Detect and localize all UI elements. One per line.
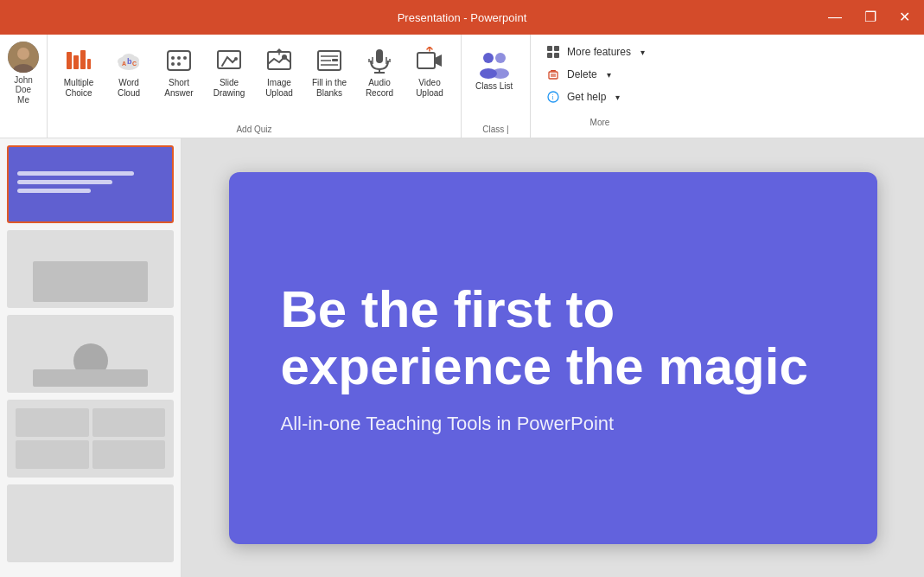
maximize-button[interactable]: ❐ [861,9,880,26]
fill-blank-icon [314,45,345,76]
slide-rect-3 [33,369,147,387]
ribbon: JohnDoe Me Multiple Choice [0,35,924,138]
svg-point-40 [492,68,509,79]
slide-thumb-2[interactable] [7,230,174,308]
more-section: More features ▾ Delete ▾ i [531,35,669,138]
short-answer-label: Short Answer [158,78,200,99]
svg-point-21 [234,57,238,61]
word-cloud-button[interactable]: A b C Word Cloud [105,42,153,102]
quiz-items: Multiple Choice A b C Word Cloud [54,35,454,125]
slide-line-1-3 [17,189,91,193]
slide-line-1-2 [17,180,112,184]
class-list-button[interactable]: Class List [468,42,519,95]
slide-thumb-3[interactable] [7,315,174,393]
svg-rect-42 [554,46,559,51]
audio-record-button[interactable]: Audio Record [355,42,404,102]
more-features-button[interactable]: More features ▾ [541,42,659,62]
grid-cell-2 [92,408,166,437]
svg-rect-3 [67,52,72,69]
short-answer-button[interactable]: Short Answer [155,42,203,102]
multiple-choice-icon [63,45,94,76]
svg-rect-29 [376,49,383,63]
svg-text:C: C [132,61,137,67]
slide-grid-4 [9,401,172,476]
minimize-button[interactable]: — [825,9,845,26]
class-list-section: Class List Class | [462,35,531,138]
title-bar-title: Presentation - Powerpoint [398,11,527,24]
slide-thumb-5[interactable] [7,484,174,562]
slide-drawing-icon [213,45,245,76]
svg-point-1 [17,48,29,60]
get-help-button[interactable]: i Get help ▾ [541,87,659,107]
delete-button[interactable]: Delete ▾ [541,64,659,85]
image-upload-icon [264,45,295,76]
user-profile-section: JohnDoe Me [0,35,48,138]
grid-icon [546,45,560,59]
slide-subtext: All-in-one Teaching Tools in PowerPoint [281,413,825,435]
svg-rect-41 [547,46,552,51]
slide-img-2 [33,261,147,302]
slide-panel [0,138,182,577]
svg-rect-14 [168,51,190,70]
video-upload-label: Video Upload [409,78,450,99]
avatar[interactable] [8,42,39,73]
delete-chevron: ▾ [607,70,611,80]
short-answer-icon [163,45,194,76]
grid-cell-4 [92,440,166,469]
svg-point-37 [483,53,494,63]
add-quiz-section-label: Add Quiz [54,125,454,138]
slide-drawing-button[interactable]: Slide Drawing [205,42,253,102]
audio-record-icon [364,45,395,76]
svg-rect-36 [417,53,435,68]
multiple-choice-label: Multiple Choice [58,78,99,99]
video-upload-icon [414,45,445,76]
delete-icon [546,67,560,81]
word-cloud-icon: A b C [113,45,144,76]
svg-point-16 [177,56,181,60]
slide-thumb-1[interactable] [7,145,174,223]
fill-blank-label: Fill in the Blanks [309,78,350,99]
svg-rect-6 [87,59,91,69]
class-items: Class List [468,35,523,125]
more-features-label: More features [567,46,631,58]
audio-record-label: Audio Record [359,78,400,99]
slide-thumb-4[interactable] [7,400,174,478]
get-help-chevron: ▾ [615,93,620,102]
svg-rect-43 [547,53,552,58]
slide-line-1-1 [17,171,134,176]
word-cloud-label: Word Cloud [108,78,150,99]
username-label: JohnDoe [14,75,33,94]
add-quiz-section: Multiple Choice A b C Word Cloud [48,35,462,138]
svg-rect-27 [332,59,338,61]
me-label: Me [17,95,29,105]
svg-point-38 [495,53,506,63]
svg-rect-4 [73,55,79,69]
multiple-choice-button[interactable]: Multiple Choice [54,42,103,102]
get-help-label: Get help [567,91,606,103]
image-upload-button[interactable]: Image Upload [255,42,303,102]
svg-point-18 [171,62,175,66]
grid-cell-1 [16,408,89,437]
main-area: Be the first to experience the magic All… [0,138,924,577]
delete-label: Delete [567,68,597,80]
svg-text:A: A [122,61,126,67]
more-features-chevron: ▾ [640,48,645,57]
slide-canvas: Be the first to experience the magic All… [229,172,877,544]
svg-point-15 [171,56,175,60]
class-list-label: Class List [475,81,513,92]
image-upload-label: Image Upload [258,78,300,99]
class-list-icon [476,45,513,81]
svg-point-19 [177,62,181,66]
close-button[interactable]: ✕ [895,9,914,26]
class-section-label: Class | [468,125,523,138]
svg-point-17 [183,56,187,60]
svg-rect-5 [80,50,86,69]
fill-blank-button[interactable]: Fill in the Blanks [305,42,354,102]
info-icon: i [546,90,560,104]
video-upload-button[interactable]: Video Upload [405,42,454,102]
title-bar: Presentation - Powerpoint — ❐ ✕ [0,0,924,35]
svg-rect-45 [551,70,556,72]
svg-rect-44 [554,53,559,58]
grid-cell-3 [16,440,89,469]
slide-headline: Be the first to experience the magic [281,281,825,395]
